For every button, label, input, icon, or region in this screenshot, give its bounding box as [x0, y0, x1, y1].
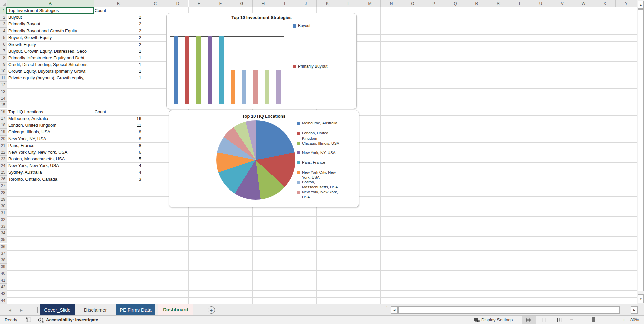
hq-count-cell[interactable]: 6 — [95, 149, 141, 156]
sheet-nav-right-icon[interactable]: ▶ — [20, 304, 23, 316]
strategies-label-cell[interactable]: Growth Equity, Buyouts (primarily Growt — [8, 68, 93, 75]
bar-series-5[interactable] — [231, 70, 235, 104]
row-header-19[interactable]: 19 — [0, 129, 7, 136]
count-header-cell[interactable]: Count — [95, 109, 141, 115]
strategies-count-cell[interactable]: 2 — [95, 34, 141, 41]
bar-series-4[interactable] — [219, 36, 224, 104]
row-header-9[interactable]: 9 — [0, 61, 7, 68]
row-header-29[interactable]: 29 — [0, 196, 7, 203]
row-header-27[interactable]: 27 — [0, 183, 7, 190]
column-header-H[interactable]: H — [253, 0, 274, 7]
hq-count-cell[interactable]: 11 — [95, 122, 141, 129]
row-header-10[interactable]: 10 — [0, 68, 7, 75]
row-header-7[interactable]: 7 — [0, 48, 7, 55]
strategies-label-cell[interactable]: Credit, Direct Lending, Special Situatio… — [8, 61, 93, 68]
row-header-40[interactable]: 40 — [0, 270, 7, 277]
row-header-26[interactable]: 26 — [0, 176, 7, 183]
hq-count-cell[interactable]: 3 — [95, 176, 141, 183]
strategies-count-cell[interactable]: 2 — [95, 41, 141, 48]
row-header-33[interactable]: 33 — [0, 223, 7, 230]
strategies-label-cell[interactable]: Buyout — [8, 14, 93, 21]
row-header-22[interactable]: 22 — [0, 149, 7, 156]
bar-series-1[interactable] — [185, 36, 189, 104]
hq-count-cell[interactable]: 8 — [95, 129, 141, 136]
row-header-3[interactable]: 3 — [0, 21, 7, 28]
column-header-Y[interactable]: Y — [616, 0, 637, 7]
add-sheet-button[interactable]: + — [208, 306, 215, 314]
row-header-32[interactable]: 32 — [0, 216, 7, 223]
hq-label-cell[interactable]: New York City, New York, USA — [8, 149, 93, 156]
strategies-count-cell[interactable]: 2 — [95, 28, 141, 34]
count-header-cell[interactable]: Count — [95, 7, 141, 14]
row-header-42[interactable]: 42 — [0, 284, 7, 290]
hq-label-cell[interactable]: New York, NY, USA — [8, 136, 93, 142]
hq-label-cell[interactable]: Chicago, Illinois, USA — [8, 129, 93, 136]
column-header-U[interactable]: U — [530, 0, 552, 7]
zoom-slider-thumb[interactable] — [592, 317, 595, 322]
row-header-6[interactable]: 6 — [0, 41, 7, 48]
row-header-21[interactable]: 21 — [0, 142, 7, 149]
hq-count-cell[interactable]: 8 — [95, 142, 141, 149]
display-settings-icon[interactable] — [474, 316, 480, 324]
hq-label-cell[interactable]: London, United Kingdom — [8, 122, 93, 129]
row-header-16[interactable]: 16 — [0, 109, 7, 115]
row-header-12[interactable]: 12 — [0, 82, 7, 88]
strategies-count-cell[interactable]: 1 — [95, 55, 141, 61]
hq-label-cell[interactable]: Toronto, Ontario, Canada — [8, 176, 93, 183]
hq-title-cell[interactable]: Top HQ Locations — [8, 109, 93, 115]
column-header-O[interactable]: O — [402, 0, 424, 7]
scroll-down-icon[interactable]: ▼ — [638, 294, 644, 303]
page-break-view-button[interactable] — [552, 316, 567, 324]
vertical-scrollbar[interactable]: ▲ ▼ — [637, 0, 644, 304]
sheet-tab-disclaimer[interactable]: Disclaimer — [77, 304, 114, 316]
accessibility-icon[interactable] — [38, 316, 44, 324]
hq-label-cell[interactable]: Sydney, Australia — [8, 169, 93, 176]
hq-count-cell[interactable]: 8 — [95, 136, 141, 142]
strategies-label-cell[interactable]: Private equity (buyouts), Growth equity, — [8, 75, 93, 82]
strategies-count-cell[interactable]: 1 — [95, 68, 141, 75]
macro-record-icon[interactable] — [25, 316, 31, 324]
row-header-30[interactable]: 30 — [0, 203, 7, 210]
sheet-tab-dashboard[interactable]: Dashboard — [158, 304, 193, 316]
accessibility-status[interactable]: Accessibility: Investigate — [46, 316, 98, 324]
column-header-I[interactable]: I — [274, 0, 295, 7]
row-header-11[interactable]: 11 — [0, 75, 7, 82]
hq-label-cell[interactable]: Paris, France — [8, 142, 93, 149]
strategies-count-cell[interactable]: 2 — [95, 21, 141, 28]
hq-count-cell[interactable]: 5 — [95, 156, 141, 162]
column-header-B[interactable]: B — [94, 0, 143, 7]
sheet-tab-cover-slide[interactable]: Cover_Slide — [40, 304, 75, 316]
hq-label-cell[interactable]: Melbourne, Australia — [8, 115, 93, 122]
column-header-V[interactable]: V — [551, 0, 573, 7]
strategies-label-cell[interactable]: Primarily Infrastructure Equity and Debt… — [8, 55, 93, 61]
select-all-corner[interactable] — [0, 0, 7, 7]
row-header-35[interactable]: 35 — [0, 236, 7, 243]
hq-label-cell[interactable]: Boston, Massachusetts, USA — [8, 156, 93, 162]
row-header-4[interactable]: 4 — [0, 28, 7, 34]
column-header-S[interactable]: S — [487, 0, 509, 7]
row-header-5[interactable]: 5 — [0, 34, 7, 41]
row-header-41[interactable]: 41 — [0, 277, 7, 284]
row-header-13[interactable]: 13 — [0, 88, 7, 95]
horizontal-scrollbar-thumb[interactable] — [398, 306, 620, 314]
bar-series-7[interactable] — [253, 70, 258, 104]
strategies-count-cell[interactable]: 2 — [95, 14, 141, 21]
column-header-Q[interactable]: Q — [445, 0, 466, 7]
hscroll-right-icon[interactable]: ▶ — [631, 306, 638, 314]
bar-series-6[interactable] — [242, 70, 246, 104]
page-layout-view-button[interactable] — [537, 316, 551, 324]
strategies-label-cell[interactable]: Growth Equity — [8, 41, 93, 48]
column-header-K[interactable]: K — [317, 0, 338, 7]
vertical-scrollbar-thumb[interactable] — [638, 9, 644, 291]
bar-chart[interactable]: Top 10 Investment Strategies BuyoutPrima… — [166, 13, 357, 109]
zoom-percentage[interactable]: 80% — [630, 316, 639, 324]
column-header-F[interactable]: F — [210, 0, 231, 7]
hq-label-cell[interactable]: New York, New York, USA — [8, 162, 93, 169]
row-header-20[interactable]: 20 — [0, 136, 7, 142]
scroll-up-icon[interactable]: ▲ — [638, 1, 644, 9]
row-header-43[interactable]: 43 — [0, 290, 7, 297]
sheet-tab-pe-firms-data[interactable]: PE Firms Data — [116, 304, 155, 316]
row-header-34[interactable]: 34 — [0, 230, 7, 236]
hq-count-cell[interactable]: 4 — [95, 162, 141, 169]
strategies-count-cell[interactable]: 1 — [95, 61, 141, 68]
